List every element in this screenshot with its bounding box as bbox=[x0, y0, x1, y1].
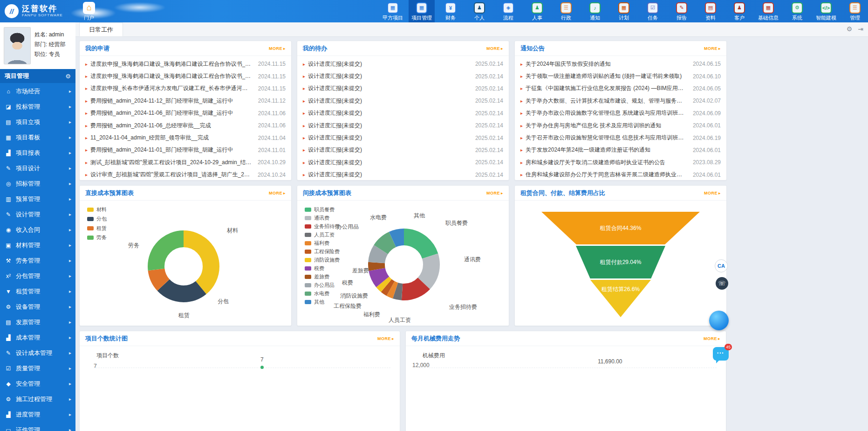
list-item[interactable]: 关于举办住房与房地产信息化 技术及应用培训班的通知 2024.06.01 bbox=[520, 119, 721, 132]
list-item[interactable]: 于征集《中国建筑施工行业信息化发展报告 (2024) —BIM应用与发展》材料.… bbox=[520, 83, 721, 95]
list-item[interactable]: 进度款申报_珠海鹤港口建设_珠海鹤港口建设工程合作协议书_admin_... 2… bbox=[85, 58, 286, 70]
list-item[interactable]: 设计进度汇报(未提交) 2025.02.14 bbox=[303, 107, 503, 119]
funnel-segment-settlement[interactable]: 租赁结算26.6% bbox=[590, 280, 651, 317]
sidebar-menu-item[interactable]: ◉ 收入合同 bbox=[0, 222, 75, 237]
list-item[interactable]: 进度款申报_长春市伊通河水力发电厂设建工程_长春市伊通河水力发电... 2024… bbox=[85, 83, 286, 95]
more-link[interactable]: MORE bbox=[269, 46, 286, 51]
top-nav-item[interactable]: ◈ 流程 bbox=[495, 0, 521, 22]
sidebar-menu-item[interactable]: ☑ 质量管理 bbox=[0, 361, 75, 376]
legend-item[interactable]: 差旅费 bbox=[305, 273, 340, 280]
list-item[interactable]: 费用报销_admin_2024-11-01_部门经理审批_胡建_运行中 2024… bbox=[85, 144, 286, 156]
sidebar-menu-item[interactable]: ⚙ 施工过程管理 bbox=[0, 391, 75, 407]
sidebar-menu-item[interactable]: ▟ 项目报表 bbox=[0, 145, 75, 160]
more-link[interactable]: MORE bbox=[704, 191, 721, 195]
list-item[interactable]: 房和城乡建设厅关于取消二级建造师临时执业证书的公告 2023.08.29 bbox=[520, 156, 721, 168]
legend-item[interactable]: 福利费 bbox=[305, 240, 340, 247]
legend-item[interactable]: 水电费 bbox=[305, 290, 340, 297]
more-link[interactable]: MORE bbox=[704, 336, 720, 341]
legend-item[interactable]: 材料 bbox=[87, 206, 107, 213]
list-item[interactable]: 关于举办市政公用设施数字化管理信息 系统建设与应用培训班的通知 2024.06.… bbox=[520, 107, 721, 119]
gear-icon[interactable] bbox=[65, 73, 71, 80]
list-item[interactable]: 设计进度汇报(未提交) 2025.02.14 bbox=[303, 58, 503, 70]
list-item[interactable]: 设计进度汇报(未提交) 2025.02.14 bbox=[303, 169, 503, 181]
sidebar-menu-item[interactable]: ✎ 项目设计 bbox=[0, 160, 75, 176]
legend-item[interactable]: 通讯费 bbox=[305, 215, 340, 222]
list-item[interactable]: 住房和城乡建设部办公厅关于同意吉林省开展二级建造师执业资格电子化试点... 20… bbox=[520, 169, 721, 181]
list-item[interactable]: 费用报销_admin_2024-11-12_部门经理审批_胡建_运行中 2024… bbox=[85, 95, 286, 107]
sidebar-menu-item[interactable]: ◆ 安全管理 bbox=[0, 376, 75, 391]
top-nav-item[interactable]: ☰ 管理 bbox=[842, 0, 868, 22]
ca-button[interactable]: CA bbox=[715, 259, 728, 272]
top-nav-item[interactable]: ▦ 甲方项目 bbox=[380, 0, 406, 22]
legend-item[interactable]: 工程保险费 bbox=[305, 248, 340, 255]
top-nav-item[interactable]: ☰ 行政 bbox=[553, 0, 579, 22]
funnel-segment-contract[interactable]: 租赁合同44.36% bbox=[541, 212, 700, 244]
funnel-segment-payment[interactable]: 租赁付款29.04% bbox=[576, 246, 665, 278]
list-item[interactable]: 关于发放2024年第24批一级建造师注册证书的通知 2024.06.01 bbox=[520, 144, 721, 156]
list-item[interactable]: 设计进度汇报(未提交) 2025.02.14 bbox=[303, 156, 503, 168]
list-item[interactable]: 关于领取一级注册建造师培训贴的通知 (须持一建证书前来领取) 2024.06.1… bbox=[520, 70, 721, 82]
sidebar-menu-item[interactable]: ▟ 进度管理 bbox=[0, 407, 75, 422]
sidebar-menu-item[interactable]: ▤ 发票管理 bbox=[0, 314, 75, 330]
list-item[interactable]: 设计进度汇报(未提交) 2025.02.14 bbox=[303, 95, 503, 107]
list-item[interactable]: 关于2024年国庆节放假安排的通知 2024.06.15 bbox=[520, 58, 721, 70]
sidebar-menu-item[interactable]: ▣ 材料管理 bbox=[0, 237, 75, 253]
panel-toggle-icon[interactable] bbox=[858, 25, 863, 33]
top-nav-item[interactable]: ♟ 客户 bbox=[726, 0, 752, 22]
sidebar-menu-item[interactable]: ✎ 设计成本管理 bbox=[0, 345, 75, 361]
top-nav-item[interactable]: ▤ 资料 bbox=[697, 0, 724, 22]
sidebar-menu-item[interactable]: ▭ 证件管理 bbox=[0, 422, 75, 431]
sidebar-menu-item[interactable]: x² 分包管理 bbox=[0, 268, 75, 284]
legend-item[interactable]: 人员工资 bbox=[305, 231, 340, 238]
more-link[interactable]: MORE bbox=[486, 191, 503, 195]
legend-item[interactable]: 租赁 bbox=[87, 225, 107, 232]
more-link[interactable]: MORE bbox=[486, 46, 503, 51]
more-link[interactable]: MORE bbox=[269, 191, 286, 195]
app-logo[interactable]: 泛普软件 FANPU SOFTWARE bbox=[0, 0, 75, 22]
list-item[interactable]: 费用报销_admin_2024-11-06_总经理审批__完成 2024.11.… bbox=[85, 119, 286, 132]
sidebar-menu-item[interactable]: ▼ 租赁管理 bbox=[0, 284, 75, 299]
sidebar-menu-item[interactable]: ⚙ 设备管理 bbox=[0, 299, 75, 314]
legend-item[interactable]: 职员餐费 bbox=[305, 206, 340, 213]
more-link[interactable]: MORE bbox=[704, 46, 721, 51]
legend-item[interactable]: 业务招待费 bbox=[305, 223, 340, 230]
list-item[interactable]: 设计进度汇报(未提交) 2025.02.14 bbox=[303, 70, 503, 82]
nav-item-portal[interactable]: 门户 bbox=[77, 2, 101, 21]
legend-item[interactable]: 劳务 bbox=[87, 234, 107, 241]
sidebar-menu-item[interactable]: ⌂ 市场经营 bbox=[0, 83, 75, 99]
list-item[interactable]: 设计进度汇报(未提交) 2025.02.14 bbox=[303, 132, 503, 144]
list-item[interactable]: 关于举办大数据、云计算技术在城市建设、规划、管理与服务中的应用培训班... 20… bbox=[520, 95, 721, 107]
top-nav-item[interactable]: ♪ 通知 bbox=[582, 0, 608, 22]
list-item[interactable]: 进度款申报_珠海鹤港口建设_珠海鹤港口建设工程合作协议书_admin_... 2… bbox=[85, 70, 286, 82]
list-item[interactable]: 设计审查_彭祖新城"四馆"景观工程设计项目_请选择_胡广生_2024-10-2.… bbox=[85, 169, 286, 181]
top-nav-item[interactable]: ▦ 基础信息 bbox=[755, 0, 781, 22]
list-item[interactable]: 设计进度汇报(未提交) 2025.02.14 bbox=[303, 83, 503, 95]
settings-icon[interactable] bbox=[847, 25, 853, 33]
assistant-bubble-button[interactable] bbox=[709, 311, 729, 330]
top-nav-item[interactable]: ▦ 计划 bbox=[611, 0, 637, 22]
top-nav-item[interactable]: ☑ 任务 bbox=[640, 0, 666, 22]
sidebar-menu-item[interactable]: ✎ 设计管理 bbox=[0, 207, 75, 222]
module-title-bar[interactable]: 项目管理 bbox=[0, 69, 75, 83]
sidebar-menu-item[interactable]: ⚒ 劳务管理 bbox=[0, 253, 75, 268]
top-nav-item[interactable]: ♟ 人事 bbox=[524, 0, 550, 22]
top-nav-item[interactable]: </> 智能建模 bbox=[813, 0, 839, 22]
sidebar-menu-item[interactable]: ▥ 预算管理 bbox=[0, 191, 75, 207]
sidebar-menu-item[interactable]: ▤ 项目立项 bbox=[0, 114, 75, 130]
sidebar-menu-item[interactable]: ▦ 项目看板 bbox=[0, 130, 75, 145]
list-item[interactable]: 设计进度汇报(未提交) 2025.02.14 bbox=[303, 119, 503, 132]
legend-item[interactable]: 分包 bbox=[87, 216, 107, 222]
top-nav-item[interactable]: ⚙ 系统 bbox=[784, 0, 810, 22]
tab-daily-work[interactable]: 日常工作 bbox=[79, 22, 123, 36]
top-nav-item[interactable]: ▦ 项目管理 bbox=[409, 0, 435, 22]
legend-item[interactable]: 税费 bbox=[305, 265, 340, 272]
top-nav-item[interactable]: ✎ 报告 bbox=[669, 0, 695, 22]
list-item[interactable]: 11_2024-11-04_admin_经营部_领导审批__完成 2024.11… bbox=[85, 132, 286, 144]
top-nav-item[interactable]: ♟ 个人 bbox=[466, 0, 492, 22]
list-item[interactable]: 测试_彭祖新城"四馆"景观工程设计项目_2024-10-29_admin_结束_… bbox=[85, 156, 286, 168]
chat-button[interactable]: 45 bbox=[713, 347, 729, 361]
more-link[interactable]: MORE bbox=[377, 336, 394, 341]
list-item[interactable]: 设计进度汇报(未提交) 2025.02.14 bbox=[303, 144, 503, 156]
legend-item[interactable]: 消防设施费 bbox=[305, 257, 340, 264]
list-item[interactable]: 费用报销_admin_2024-11-06_部门经理审批_胡建_运行中 2024… bbox=[85, 107, 286, 119]
